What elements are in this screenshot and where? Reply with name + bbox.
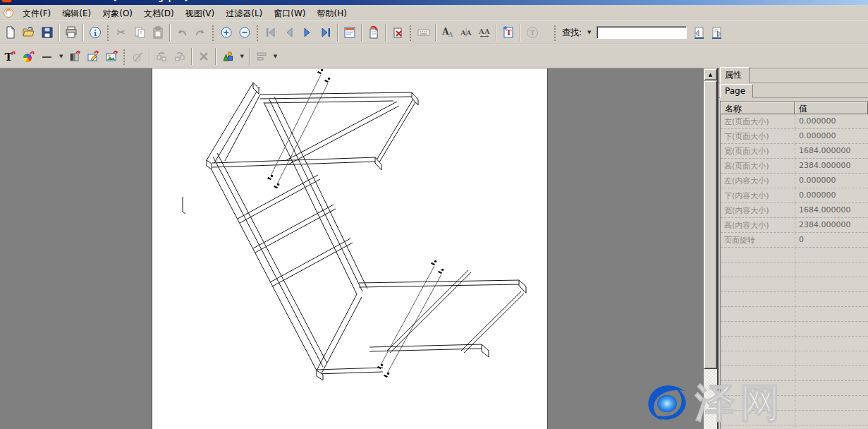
edit-object-button[interactable] [128, 47, 147, 66]
document-info-button[interactable]: i [86, 23, 104, 42]
import-page-button[interactable] [365, 23, 383, 42]
find-input[interactable] [597, 26, 687, 39]
previous-page-button[interactable] [280, 23, 298, 42]
property-row-empty[interactable] [721, 411, 868, 425]
property-value[interactable]: 0.000000 [795, 114, 868, 128]
align-dropdown[interactable]: ▼ [271, 54, 280, 59]
property-value[interactable]: 0.000000 [795, 188, 868, 203]
insert-shape-button[interactable] [219, 47, 237, 66]
property-value[interactable]: 0.000000 [795, 174, 868, 188]
property-value[interactable] [795, 396, 868, 410]
menu-item-1[interactable]: 编辑(E) [56, 7, 97, 20]
page-layout-button[interactable] [341, 23, 359, 42]
new-document-button[interactable] [1, 23, 20, 42]
property-row-8[interactable]: 页面旋转0 [721, 233, 868, 248]
property-row-3[interactable]: 高(页面大小)2384.000000 [721, 159, 868, 174]
zoom-out-button[interactable] [236, 23, 254, 42]
send-backward-button[interactable] [152, 47, 171, 66]
property-row-empty[interactable] [721, 425, 868, 429]
menu-item-5[interactable]: 过滤器(L) [220, 7, 268, 20]
property-row-empty[interactable] [721, 322, 868, 337]
property-row-empty[interactable] [721, 337, 868, 351]
canvas[interactable] [0, 68, 704, 429]
zoom-in-button[interactable] [217, 23, 236, 42]
property-row-2[interactable]: 宽(页面大小)1684.000000 [721, 144, 868, 159]
property-row-empty[interactable] [721, 351, 868, 366]
copy-button[interactable] [130, 23, 149, 42]
find-dropdown[interactable]: ▼ [585, 30, 594, 35]
property-row-empty[interactable] [721, 307, 868, 322]
column-header-value[interactable]: 值 [795, 102, 868, 114]
property-row-6[interactable]: 宽(内容大小)1684.000000 [721, 203, 868, 218]
add-color-button[interactable] [20, 47, 38, 66]
property-value[interactable]: 0.000000 [795, 129, 868, 143]
menu-item-6[interactable]: 窗口(W) [268, 7, 311, 20]
find-previous-button[interactable] [690, 23, 708, 42]
property-value[interactable]: 0 [795, 233, 868, 247]
property-row-1[interactable]: 下(页面大小)0.000000 [721, 129, 868, 144]
toolbar-grip-handle[interactable] [553, 24, 556, 41]
property-row-empty[interactable] [721, 381, 868, 396]
property-row-empty[interactable] [721, 262, 868, 277]
cut-button[interactable]: ✂ [112, 23, 130, 42]
first-page-button[interactable] [262, 23, 280, 42]
add-shading-button[interactable] [66, 47, 84, 66]
foxit-document-icon[interactable] [3, 7, 14, 18]
scrollbar-track[interactable] [704, 369, 717, 429]
undo-button[interactable] [173, 23, 191, 42]
panel-title-tab[interactable]: 属性 [720, 67, 750, 83]
paste-button[interactable] [149, 23, 167, 42]
property-row-4[interactable]: 左(内容大小)0.000000 [721, 174, 868, 188]
property-row-5[interactable]: 下(内容大小)0.000000 [721, 188, 868, 203]
toolbar-grip-handle[interactable] [106, 24, 109, 41]
property-value[interactable] [795, 366, 868, 380]
keyboard-input-button[interactable] [415, 23, 433, 42]
property-value[interactable] [795, 248, 868, 262]
property-row-7[interactable]: 高(内容大小)2384.000000 [721, 218, 868, 233]
property-row-empty[interactable] [721, 396, 868, 411]
property-value[interactable] [795, 322, 868, 336]
scroll-up-button[interactable]: ▲ [704, 68, 717, 80]
toolbar-grip-handle[interactable] [408, 24, 412, 41]
property-row-0[interactable]: 左(页面大小)0.000000 [721, 114, 868, 129]
open-document-button[interactable] [20, 23, 38, 42]
property-value[interactable] [795, 292, 868, 306]
toolbar-grip-handle[interactable] [211, 24, 214, 41]
toolbar-grip-handle[interactable] [255, 24, 259, 41]
delete-page-button[interactable] [389, 23, 407, 42]
next-page-button[interactable] [298, 23, 317, 42]
property-value[interactable]: 2384.000000 [795, 159, 868, 173]
print-button[interactable] [62, 23, 80, 42]
tab-page[interactable]: Page [720, 84, 753, 98]
menu-item-3[interactable]: 文档(D) [138, 7, 180, 20]
align-objects-button[interactable] [252, 47, 271, 66]
property-value[interactable] [795, 351, 868, 365]
vertical-scrollbar[interactable]: ▲ [704, 68, 717, 429]
redo-button[interactable] [191, 23, 209, 42]
property-value[interactable]: 2384.000000 [795, 218, 868, 232]
property-value[interactable] [795, 381, 868, 395]
menu-item-2[interactable]: 对象(O) [97, 7, 138, 20]
bring-forward-button[interactable] [171, 47, 189, 66]
find-next-button[interactable] [708, 23, 726, 42]
compare-font-button[interactable]: AA [457, 23, 475, 42]
font-spacing-button[interactable]: AA [475, 23, 494, 42]
property-value[interactable]: 1684.000000 [795, 144, 868, 158]
property-row-empty[interactable] [721, 277, 868, 292]
add-text-button[interactable]: T [1, 47, 20, 66]
menu-item-0[interactable]: 文件(F) [17, 7, 56, 20]
toolbar-grip-handle[interactable] [122, 48, 126, 65]
line-style-button[interactable] [38, 47, 56, 66]
property-value[interactable] [795, 337, 868, 351]
edit-image-button[interactable] [84, 47, 102, 66]
text-mode-button[interactable]: T [523, 23, 542, 42]
embed-font-button[interactable]: AA [439, 23, 457, 42]
menu-item-7[interactable]: 帮助(H) [312, 7, 353, 20]
pdf-page[interactable] [152, 68, 548, 429]
insert-text-object-button[interactable]: T* [499, 23, 518, 42]
line-style-dropdown[interactable]: ▼ [56, 54, 66, 59]
property-value[interactable] [795, 411, 868, 425]
property-value[interactable] [795, 425, 868, 429]
property-value[interactable] [795, 277, 868, 291]
column-header-name[interactable]: 名称 [721, 102, 795, 114]
